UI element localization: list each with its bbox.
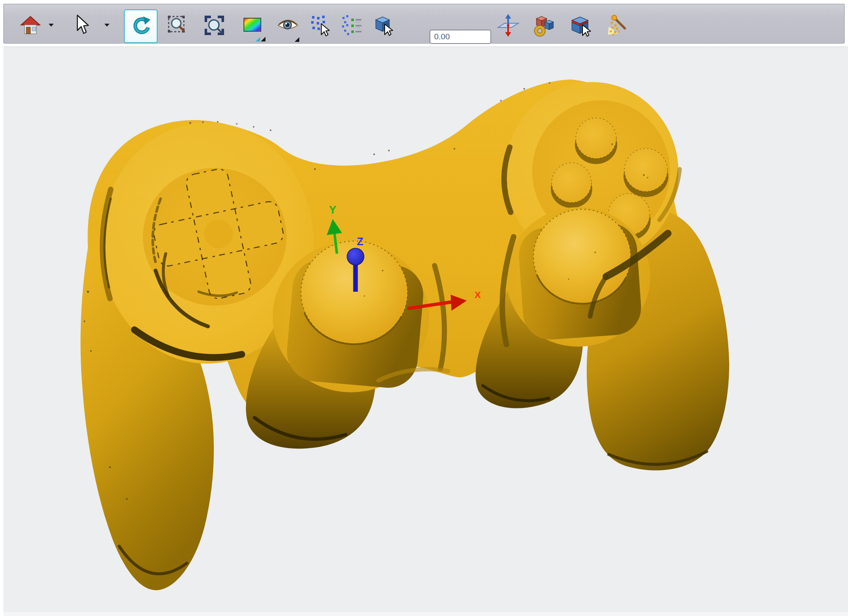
color-icon: [241, 14, 265, 37]
axis-y-label: Y: [329, 203, 336, 216]
color-flyout-arrow[interactable]: [256, 37, 260, 41]
select-dropdown-arrow[interactable]: [104, 24, 109, 27]
application-window: { "toolbar": { "background": "#c2c3cb", …: [0, 0, 848, 616]
fit-view-icon: [202, 14, 226, 37]
cube-red-top-cursor-icon: [569, 14, 592, 37]
numeric-value-input[interactable]: [429, 30, 491, 44]
merge-cubes-icon: [532, 14, 556, 37]
zoom-fit-button[interactable]: [202, 13, 227, 38]
registration-list-button[interactable]: [339, 13, 364, 38]
select-cursor-button[interactable]: [69, 13, 94, 38]
select-through-button[interactable]: [568, 13, 593, 38]
controller-mesh[interactable]: [80, 79, 729, 590]
eye-icon: [276, 14, 300, 37]
rotate-view-button[interactable]: [124, 9, 158, 43]
home-dropdown-arrow[interactable]: [49, 24, 54, 27]
axis-z-label: Z: [357, 235, 363, 247]
main-toolbar: [3, 4, 845, 44]
points-cursor-icon: [309, 14, 332, 37]
mirror-plane-icon: [496, 14, 520, 37]
zoom-window-button[interactable]: [165, 13, 190, 38]
merge-objects-button[interactable]: [532, 13, 556, 38]
visibility-flyout-arrow[interactable]: [295, 37, 299, 42]
zoom-window-icon: [166, 14, 189, 37]
visibility-button[interactable]: [276, 13, 301, 38]
cursor-icon: [70, 14, 93, 37]
magic-wand-icon: [607, 14, 630, 37]
scene-svg: Y Z X: [0, 0, 848, 616]
color-flyout-arrow2[interactable]: [261, 37, 265, 41]
select-points-button[interactable]: [308, 13, 333, 38]
mirror-plane-button[interactable]: [496, 13, 520, 38]
rotate-icon: [129, 15, 152, 38]
axis-x-label: X: [475, 290, 481, 300]
home-icon: [19, 14, 42, 37]
registration-icon: [340, 14, 364, 37]
healing-wand-button[interactable]: [606, 13, 631, 38]
home-button[interactable]: [18, 13, 43, 38]
cube-cursor-icon: [371, 14, 394, 37]
select-object-button[interactable]: [370, 13, 395, 38]
color-display-button[interactable]: [241, 13, 265, 38]
